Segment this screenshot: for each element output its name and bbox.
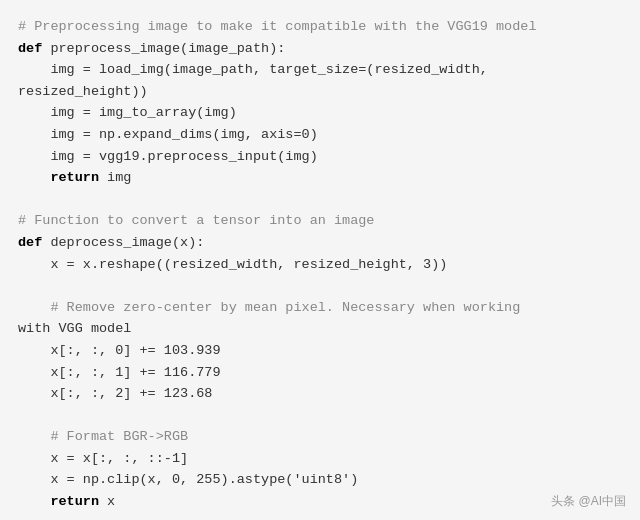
code-line: # Remove zero-center by mean pixel. Nece… (18, 297, 622, 319)
code-line: # Function to convert a tensor into an i… (18, 210, 622, 232)
code-line: # Format BGR->RGB (18, 426, 622, 448)
code-block: # Preprocessing image to make it compati… (18, 16, 622, 513)
code-line: def preprocess_image(image_path): (18, 38, 622, 60)
code-line: img = load_img(image_path, target_size=(… (18, 59, 622, 81)
code-line: x[:, :, 1] += 116.779 (18, 362, 622, 384)
code-line: x = x.reshape((resized_width, resized_he… (18, 254, 622, 276)
code-line: def deprocess_image(x): (18, 232, 622, 254)
code-line: x[:, :, 2] += 123.68 (18, 383, 622, 405)
watermark: 头条 @AI中国 (551, 493, 626, 510)
code-line: x = np.clip(x, 0, 255).astype('uint8') (18, 469, 622, 491)
code-line: x = x[:, :, ::-1] (18, 448, 622, 470)
code-line: img = np.expand_dims(img, axis=0) (18, 124, 622, 146)
code-line: return img (18, 167, 622, 189)
code-line (18, 405, 622, 427)
code-line: # Preprocessing image to make it compati… (18, 16, 622, 38)
code-line: img = img_to_array(img) (18, 102, 622, 124)
code-line: resized_height)) (18, 81, 622, 103)
code-line: img = vgg19.preprocess_input(img) (18, 146, 622, 168)
code-line (18, 275, 622, 297)
code-container: # Preprocessing image to make it compati… (0, 0, 640, 520)
code-line: x[:, :, 0] += 103.939 (18, 340, 622, 362)
code-line: with VGG model (18, 318, 622, 340)
code-line: return x (18, 491, 622, 513)
code-line (18, 189, 622, 211)
